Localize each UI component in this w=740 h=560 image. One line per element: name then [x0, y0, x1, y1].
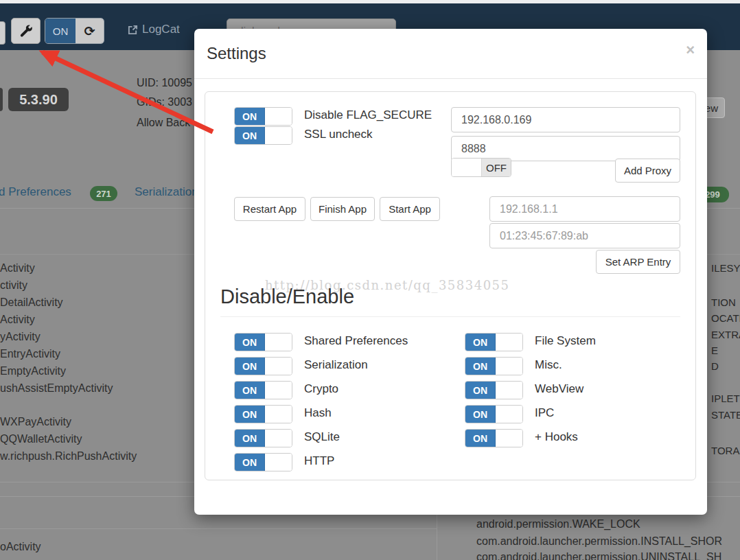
refresh-icon: ⟳ [84, 23, 95, 38]
toggle-misc[interactable]: ON [465, 357, 523, 375]
divider [0, 528, 437, 529]
toggle-label: HTTP [304, 454, 334, 468]
cut-off-badge [0, 88, 3, 111]
app-allow-backup-text: Allow Back [137, 117, 190, 129]
permission-fragment: STATE [711, 409, 740, 421]
proxy-ip-input[interactable] [451, 107, 680, 132]
permission-fragment: E [711, 345, 718, 356]
toggle-webview[interactable]: ON [465, 381, 523, 399]
toggle-label: IPC [535, 406, 554, 420]
arp-mac-input[interactable] [489, 223, 680, 248]
toggle-label: Hash [304, 406, 332, 420]
toggle-http[interactable]: ON [234, 453, 292, 471]
refresh-button[interactable]: ⟳ [76, 19, 104, 43]
restart-app-button[interactable]: Restart App [234, 197, 305, 221]
toggle-label: WebView [535, 382, 583, 396]
arp-ip-input[interactable] [489, 196, 680, 222]
permission-fragment: D [711, 360, 719, 372]
activity-list-item: WXPayActivity [0, 416, 71, 428]
modal-header: Settings × [194, 29, 707, 79]
set-arp-entry-button[interactable]: Set ARP Entry [596, 250, 680, 274]
permission-line: com.android.launcher.permission.UNINSTAL… [476, 551, 721, 560]
toggle-shared-preferences[interactable]: ON [234, 333, 292, 351]
permission-fragment: OCATI [711, 312, 740, 324]
tab-shared-preferences[interactable]: d Preferences [0, 185, 71, 199]
activity-list-item: Activity [0, 262, 35, 275]
toggle-serialization[interactable]: ON [234, 357, 292, 375]
toggle-label: SSL uncheck [304, 128, 373, 141]
activity-list-item: QQWalletActivity [0, 433, 82, 445]
toggle-label: SQLite [304, 430, 340, 444]
toggle-ssl-uncheck[interactable]: ON [234, 126, 292, 145]
tab-serialization[interactable]: Serialization [135, 185, 198, 199]
settings-wrench-button[interactable] [11, 18, 41, 44]
toggle-hash[interactable]: ON [234, 405, 292, 423]
activity-list-item: oActivity [0, 541, 41, 553]
permission-line: android.permission.WAKE_LOCK [476, 518, 640, 530]
toggle-ipc[interactable]: ON [465, 405, 523, 423]
activity-list-item: ushAssistEmptyActivity [0, 382, 113, 395]
version-badge: 5.3.90 [8, 88, 69, 111]
cut-off-button[interactable] [0, 21, 5, 45]
activity-list-item: w.richpush.RichPushActivity [0, 450, 137, 463]
close-icon[interactable]: × [686, 43, 695, 58]
finish-app-button[interactable]: Finish App [310, 197, 375, 221]
app-gids-text: GIDs: 3003 [137, 96, 192, 108]
activity-list-item: EmptyActivity [0, 365, 66, 377]
toggle-label: Crypto [304, 382, 338, 396]
start-app-button[interactable]: Start App [380, 197, 440, 221]
permission-fragment: ILESY [711, 262, 740, 274]
logcat-link[interactable]: LogCat [128, 23, 180, 36]
hook-on-refresh-group: ON ⟳ [45, 18, 104, 44]
activity-list-item: yActivity [0, 331, 41, 343]
section-title: Disable/Enable [220, 285, 354, 308]
permission-fragment: TION [711, 296, 736, 308]
permission-fragment: IPLET [711, 393, 740, 404]
toggle-file-system[interactable]: ON [465, 333, 523, 351]
activity-list-item: ctivity [0, 279, 27, 292]
toggle-plus-hooks[interactable]: ON [465, 429, 523, 447]
hook-on-label: ON [53, 25, 69, 37]
modal-title: Settings [207, 44, 266, 63]
toggle-label: Shared Preferences [304, 334, 408, 348]
hook-on-button[interactable]: ON [45, 19, 76, 43]
app-uid-text: UID: 10095 [137, 77, 192, 89]
activity-list-item: Activity [0, 314, 35, 326]
logcat-label: LogCat [142, 23, 180, 36]
toggle-label: Serialization [304, 358, 368, 372]
toggle-label: + Hooks [535, 430, 578, 444]
toggle-label: Misc. [535, 358, 562, 372]
toggle-disable-flag-secure[interactable]: ON [234, 107, 292, 126]
activity-list-item: EntryActivity [0, 348, 60, 360]
settings-panel: ON Disable FLAG_SECURE ON SSL uncheck OF… [205, 91, 696, 480]
activity-list-item: DetailActivity [0, 296, 63, 309]
wrench-icon [19, 24, 33, 38]
toggle-label: Disable FLAG_SECURE [304, 108, 432, 122]
shared-preferences-count-badge: 271 [90, 186, 117, 201]
permission-fragment: TORA [711, 445, 739, 456]
toggle-label: File System [535, 334, 596, 348]
toggle-sqlite[interactable]: ON [234, 429, 292, 447]
proxy-off-toggle[interactable]: OFF [451, 158, 511, 177]
settings-modal: Settings × ON Disable FLAG_SECURE ON SSL… [194, 29, 707, 515]
external-link-icon [128, 25, 138, 35]
permission-fragment: EXTRA [711, 329, 740, 340]
add-proxy-button[interactable]: Add Proxy [615, 159, 680, 183]
permission-line: com.android.launcher.permission.INSTALL_… [476, 535, 722, 548]
section-divider [220, 316, 680, 317]
toggle-crypto[interactable]: ON [234, 381, 292, 399]
